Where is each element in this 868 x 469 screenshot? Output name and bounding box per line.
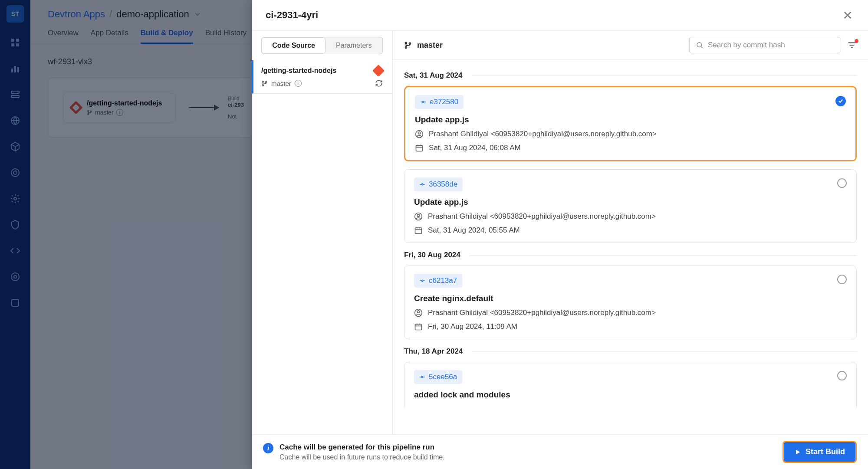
commit-title: added lock and modules: [414, 390, 847, 400]
drawer-left-pane: Code Source Parameters /getting-started-…: [252, 31, 393, 434]
info-icon[interactable]: i: [295, 80, 302, 87]
git-icon: [372, 65, 385, 77]
svg-rect-29: [416, 145, 423, 151]
repo-name: /getting-started-nodejs: [261, 67, 336, 75]
svg-point-19: [262, 81, 263, 82]
svg-point-30: [421, 184, 423, 185]
date-divider: Sat, 31 Aug 2024: [404, 71, 857, 80]
commit-title: Create nginx.default: [414, 294, 847, 303]
commit-icon: [419, 374, 425, 380]
play-icon: [794, 449, 801, 456]
branch-heading: master: [404, 41, 443, 50]
radio-unselected-icon[interactable]: [837, 178, 847, 188]
drawer-title: ci-2931-4yri: [266, 10, 318, 21]
start-build-button[interactable]: Start Build: [783, 441, 857, 463]
date-divider: Fri, 30 Aug 2024: [404, 251, 857, 259]
branch-icon: [404, 41, 412, 49]
calendar-icon: [414, 226, 423, 235]
commit-icon: [419, 181, 425, 187]
cache-info: i Cache will be generated for this pipel…: [263, 443, 445, 461]
close-button[interactable]: [841, 9, 854, 22]
commit-hash-chip[interactable]: e372580: [415, 95, 464, 109]
user-icon: [414, 308, 423, 317]
user-icon: [414, 212, 423, 221]
tab-parameters[interactable]: Parameters: [326, 37, 382, 54]
date-divider: Thu, 18 Apr 2024: [404, 347, 857, 356]
svg-point-28: [418, 132, 420, 134]
svg-point-21: [266, 81, 267, 82]
commit-hash-chip[interactable]: c6213a7: [414, 274, 462, 288]
commit-icon: [420, 99, 426, 105]
repo-item[interactable]: /getting-started-nodejs master i: [252, 60, 392, 94]
calendar-icon: [414, 322, 423, 331]
commits-list[interactable]: Sat, 31 Aug 2024 e372580 Update app.js P…: [393, 60, 868, 434]
svg-point-22: [405, 42, 407, 44]
svg-point-25: [697, 43, 702, 47]
selected-check-icon: [835, 96, 846, 106]
svg-rect-37: [415, 324, 422, 330]
calendar-icon: [415, 144, 424, 152]
svg-point-38: [421, 376, 423, 378]
svg-point-36: [417, 311, 419, 313]
radio-unselected-icon[interactable]: [837, 371, 847, 380]
info-icon: i: [263, 443, 273, 453]
drawer-right-pane: master Search by commit hash Sat,: [393, 31, 868, 434]
svg-point-24: [409, 43, 411, 44]
svg-point-26: [422, 101, 424, 103]
commit-search-input[interactable]: Search by commit hash: [689, 37, 841, 53]
svg-rect-33: [415, 228, 422, 233]
search-icon: [696, 41, 704, 49]
filter-button[interactable]: [847, 40, 857, 50]
branch-icon: [261, 80, 268, 87]
commit-card[interactable]: c6213a7 Create nginx.default Prashant Gh…: [404, 266, 857, 339]
commit-title: Update app.js: [414, 197, 847, 207]
svg-point-20: [262, 85, 263, 86]
svg-point-23: [405, 46, 407, 48]
commit-hash-chip[interactable]: 5cee56a: [414, 370, 462, 384]
tab-code-source[interactable]: Code Source: [262, 37, 326, 54]
commit-title: Update app.js: [415, 115, 846, 125]
user-icon: [415, 130, 424, 138]
commit-card[interactable]: e372580 Update app.js Prashant Ghildiyal…: [404, 86, 857, 161]
filter-active-dot: [855, 39, 858, 43]
svg-point-34: [421, 280, 423, 282]
svg-point-32: [417, 214, 419, 216]
commit-card[interactable]: 5cee56a added lock and modules: [404, 362, 857, 407]
build-drawer: ci-2931-4yri Code Source Parameters /get…: [252, 0, 868, 469]
refresh-button[interactable]: [375, 79, 383, 87]
commit-icon: [419, 278, 425, 284]
commit-hash-chip[interactable]: 36358de: [414, 177, 463, 191]
radio-unselected-icon[interactable]: [837, 275, 847, 284]
commit-card[interactable]: 36358de Update app.js Prashant Ghildiyal…: [404, 169, 857, 243]
source-tabs: Code Source Parameters: [261, 37, 382, 54]
